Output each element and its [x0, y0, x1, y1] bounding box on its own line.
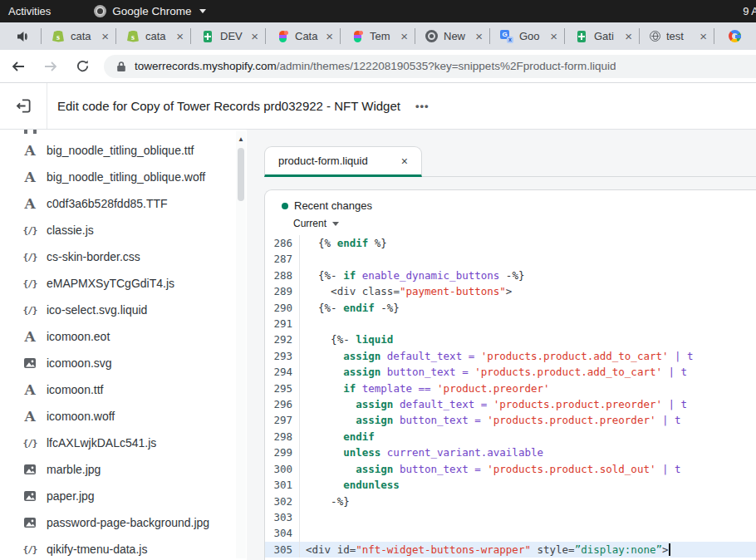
browser-tab[interactable]: DEV×	[190, 22, 265, 50]
line-number[interactable]: 299	[265, 445, 300, 460]
editor-tab-close-button[interactable]: ×	[401, 155, 408, 168]
file-item[interactable]: Aicomoon.ttf	[0, 376, 247, 403]
code-line[interactable]: 286 {% endif %}	[265, 235, 756, 251]
file-item[interactable]: Aicomoon.woff	[0, 403, 247, 430]
browser-tab[interactable]: Gati×	[564, 22, 639, 50]
file-item[interactable]: {/}cs-skin-border.css	[0, 243, 247, 270]
tab-close-button[interactable]: ×	[101, 30, 109, 42]
code-line[interactable]: 303	[265, 509, 756, 525]
code-line[interactable]: 292 {%- liquid	[265, 332, 756, 347]
code-line[interactable]: 287	[265, 251, 756, 267]
more-options-button[interactable]: •••	[415, 100, 430, 112]
content-area: Abig_noodle_titling_oblique.ttfAbig_nood…	[0, 130, 756, 560]
code-line[interactable]: 290 {%- endif -%}	[265, 300, 756, 316]
line-number[interactable]: 293	[265, 348, 300, 364]
forward-button[interactable]	[43, 59, 58, 74]
code-line[interactable]: 298 endif	[265, 429, 756, 445]
file-item[interactable]: Abig_noodle_titling_oblique.ttf	[0, 137, 247, 164]
line-number[interactable]: 292	[265, 332, 300, 347]
browser-tab[interactable]: cata×	[115, 22, 190, 50]
file-name: big_noodle_titling_oblique.ttf	[47, 144, 194, 157]
browser-tab[interactable]: Cata×	[265, 22, 340, 50]
line-number[interactable]: 305	[265, 542, 300, 558]
line-number[interactable]: 291	[265, 316, 300, 332]
line-number[interactable]: 298	[265, 429, 300, 445]
browser-tab[interactable]: Tem×	[340, 22, 415, 50]
line-number[interactable]: 296	[265, 396, 300, 412]
file-item[interactable]: Ac0df3a6b528fdd85.TTF	[0, 190, 247, 217]
tab-title: cata	[71, 30, 96, 42]
line-number[interactable]: 294	[265, 364, 300, 380]
browser-tab[interactable]	[714, 22, 756, 50]
code-line[interactable]: 293 assign default_text = 'products.prod…	[265, 348, 756, 364]
screen: Activities Google Chrome 9 A cata×cata×D…	[0, 0, 756, 560]
file-item[interactable]: Aicomoon.eot	[0, 323, 247, 350]
tab-close-button[interactable]: ×	[326, 30, 333, 42]
file-item[interactable]: {/}classie.js	[0, 217, 247, 243]
version-dropdown[interactable]: Current	[293, 218, 756, 229]
line-number[interactable]: 290	[265, 300, 300, 316]
code-line[interactable]: 297 assign button_text = 'products.produ…	[265, 412, 756, 428]
scroll-up-arrow-icon[interactable]: ▲	[236, 131, 246, 143]
tab-close-button[interactable]: ×	[625, 30, 632, 42]
file-item[interactable]: marble.jpg	[0, 456, 247, 483]
file-item[interactable]: {/}lfcAXLwjkDALc541.js	[0, 430, 247, 456]
editor-tab-product-form[interactable]: product-form.liquid ×	[264, 146, 422, 177]
code-line[interactable]: 295 if template == 'product.preorder'	[265, 381, 756, 396]
scrollbar-thumb[interactable]	[238, 148, 244, 201]
code-line[interactable]: 291	[265, 316, 756, 332]
code-line[interactable]: 296 assign default_text = 'products.prod…	[265, 396, 756, 412]
code-line[interactable]: 302 -%}	[265, 494, 756, 509]
code-line[interactable]: 289 <div class="payment-buttons">	[265, 283, 756, 299]
file-name: icomoon.eot	[47, 330, 110, 343]
browser-tab[interactable]: Goo×	[489, 22, 564, 50]
speaker-icon[interactable]	[17, 31, 33, 42]
app-menu[interactable]: Google Chrome	[94, 5, 205, 17]
file-item[interactable]: {/}ico-select.svg.liquid	[0, 297, 247, 323]
tab-close-button[interactable]: ×	[400, 30, 408, 42]
code-line[interactable]: 300 assign button_text = 'products.produ…	[265, 461, 756, 477]
file-item[interactable]: paper.jpg	[0, 483, 247, 509]
browser-tab[interactable]: New×	[415, 22, 489, 50]
line-number[interactable]: 302	[265, 494, 300, 509]
code-editor[interactable]: 286 {% endif %}287288 {%- if enable_dyna…	[265, 235, 756, 560]
file-item[interactable]: {/}eMAPMXSyTCgGdiT4.js	[0, 270, 247, 297]
activities-button[interactable]: Activities	[8, 5, 51, 17]
tab-close-button[interactable]: ×	[550, 30, 557, 42]
line-number[interactable]: 303	[265, 509, 300, 525]
url-path: /admin/themes/122208190535?key=snippets%…	[277, 60, 616, 72]
back-button[interactable]	[11, 59, 26, 74]
code-line[interactable]: 301 endunless	[265, 477, 756, 493]
reload-button[interactable]	[76, 59, 90, 73]
file-item[interactable]: {/}qikify-tmenu-data.js	[0, 536, 247, 560]
line-number[interactable]: 289	[265, 283, 300, 299]
tab-close-button[interactable]: ×	[475, 30, 483, 42]
code-text: <div class="payment-buttons">	[300, 283, 512, 299]
line-number[interactable]: 304	[265, 525, 300, 541]
font-file-icon: A	[22, 195, 38, 212]
browser-tab[interactable]: test×	[639, 22, 714, 50]
line-number[interactable]: 287	[265, 251, 300, 267]
line-number[interactable]: 288	[265, 268, 300, 283]
line-number[interactable]: 300	[265, 461, 300, 477]
file-item[interactable]: icomoon.svg	[0, 350, 247, 376]
code-line[interactable]: 299 unless current_variant.available	[265, 445, 756, 460]
line-number[interactable]: 295	[265, 381, 300, 396]
code-line[interactable]: 304	[265, 525, 756, 541]
tab-close-button[interactable]: ×	[176, 30, 184, 42]
line-number[interactable]: 297	[265, 412, 300, 428]
code-line[interactable]: 288 {%- if enable_dynamic_buttons -%}	[265, 268, 756, 283]
url-input[interactable]: towerrecords.myshopify.com/admin/themes/…	[104, 55, 756, 78]
file-item[interactable]: Abig_noodle_titling_oblique.woff	[0, 164, 247, 190]
browser-tab[interactable]: cata×	[41, 22, 115, 50]
code-line[interactable]: 305<div id="nft-widget-buttons-wrapper" …	[265, 542, 756, 558]
line-number[interactable]: 286	[265, 235, 300, 251]
tab-close-button[interactable]: ×	[251, 30, 258, 42]
tab-close-button[interactable]: ×	[700, 30, 707, 42]
tab-list: cata×cata×DEV×Cata×Tem×New×Goo×Gati×test…	[41, 22, 756, 50]
line-number[interactable]: 301	[265, 477, 300, 493]
exit-code-editor-button[interactable]	[0, 83, 47, 129]
sidebar-scrollbar[interactable]: ▲	[236, 131, 246, 558]
code-line[interactable]: 294 assign button_text = 'products.produ…	[265, 364, 756, 380]
file-item[interactable]: password-page-background.jpg	[0, 509, 247, 536]
